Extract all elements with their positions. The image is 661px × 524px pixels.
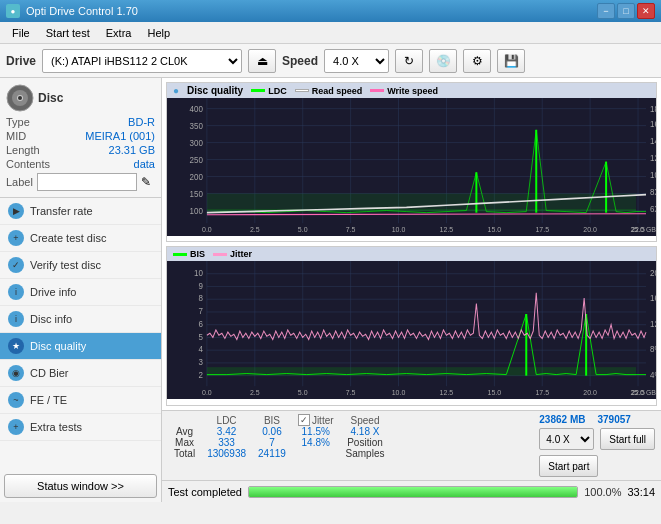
start-part-button[interactable]: Start part — [539, 455, 598, 477]
nav-disc-quality[interactable]: ★ Disc quality — [0, 333, 161, 360]
start-full-button[interactable]: Start full — [600, 428, 655, 450]
disc-mid-value: MEIRA1 (001) — [85, 130, 155, 142]
nav-drive-info[interactable]: i Drive info — [0, 279, 161, 306]
jitter-checkbox[interactable]: ✓ — [298, 414, 310, 426]
svg-text:2.5: 2.5 — [250, 225, 260, 234]
nav-extra-tests[interactable]: + Extra tests — [0, 414, 161, 441]
row-total-jitter — [292, 448, 340, 459]
svg-text:18X: 18X — [650, 105, 656, 114]
menu-help[interactable]: Help — [139, 25, 178, 41]
main-content: Disc Type BD-R MID MEIRA1 (001) Length 2… — [0, 78, 661, 502]
row-avg-ldc: 3.42 — [201, 426, 252, 437]
disc-type-row: Type BD-R — [6, 116, 155, 128]
disc-quality-icon: ★ — [8, 338, 24, 354]
disc-info-panel: Disc Type BD-R MID MEIRA1 (001) Length 2… — [0, 78, 161, 198]
menu-start-test[interactable]: Start test — [38, 25, 98, 41]
svg-text:12.5: 12.5 — [440, 225, 454, 234]
svg-text:8%: 8% — [650, 345, 656, 354]
svg-text:2.5: 2.5 — [250, 388, 260, 397]
close-button[interactable]: ✕ — [637, 3, 655, 19]
legend-jitter: Jitter — [213, 249, 252, 259]
disc-mid-row: MID MEIRA1 (001) — [6, 130, 155, 142]
row-total-label: Total — [168, 448, 201, 459]
nav-cd-bier[interactable]: ◉ CD Bier — [0, 360, 161, 387]
nav-extra-tests-label: Extra tests — [30, 421, 82, 433]
drive-label: Drive — [6, 54, 36, 68]
legend-ldc: LDC — [251, 86, 287, 96]
svg-text:17.5: 17.5 — [535, 225, 549, 234]
sidebar: Disc Type BD-R MID MEIRA1 (001) Length 2… — [0, 78, 162, 502]
chart2-panel: BIS Jitter — [166, 246, 657, 406]
disc-type-label: Type — [6, 116, 30, 128]
create-test-disc-icon: + — [8, 230, 24, 246]
menu-extra[interactable]: Extra — [98, 25, 140, 41]
row-total-ldc: 1306938 — [201, 448, 252, 459]
disc-section-label: Disc — [38, 91, 63, 105]
svg-text:0.0: 0.0 — [202, 388, 212, 397]
svg-text:2: 2 — [198, 371, 203, 380]
maximize-button[interactable]: □ — [617, 3, 635, 19]
stats-row-max: Max 333 7 14.8% Position — [168, 437, 390, 448]
svg-text:300: 300 — [190, 139, 204, 148]
legend-bis-color — [173, 253, 187, 256]
settings-button[interactable]: ⚙ — [463, 49, 491, 73]
svg-text:9: 9 — [198, 281, 203, 290]
nav-fe-te[interactable]: ~ FE / TE — [0, 387, 161, 414]
nav-disc-info[interactable]: i Disc info — [0, 306, 161, 333]
disc-label-input[interactable] — [37, 173, 137, 191]
nav-cd-bier-label: CD Bier — [30, 367, 69, 379]
legend-bis: BIS — [173, 249, 205, 259]
verify-test-disc-icon: ✓ — [8, 257, 24, 273]
nav-create-test-disc[interactable]: + Create test disc — [0, 225, 161, 252]
speed-select[interactable]: 4.0 X — [324, 49, 389, 73]
svg-rect-52 — [167, 261, 656, 399]
row-total-samples-label: Samples — [340, 448, 391, 459]
nav-verify-test-disc[interactable]: ✓ Verify test disc — [0, 252, 161, 279]
chart2-svg: 10 9 8 7 6 5 4 3 2 20% 16% 12% 8% — [167, 261, 656, 399]
legend-ldc-color — [251, 89, 265, 92]
transfer-rate-icon: ▶ — [8, 203, 24, 219]
row-max-label: Max — [168, 437, 201, 448]
nav-transfer-rate[interactable]: ▶ Transfer rate — [0, 198, 161, 225]
minimize-button[interactable]: − — [597, 3, 615, 19]
disc-icon-button[interactable]: 💿 — [429, 49, 457, 73]
nav-create-test-disc-label: Create test disc — [30, 232, 106, 244]
svg-text:100: 100 — [190, 206, 204, 215]
status-text: Test completed — [168, 486, 242, 498]
svg-text:20%: 20% — [650, 269, 656, 278]
status-window-button[interactable]: Status window >> — [4, 474, 157, 498]
svg-text:17.5: 17.5 — [535, 388, 549, 397]
speed-row: 4.0 X Start full — [539, 428, 655, 450]
svg-text:12.5: 12.5 — [440, 388, 454, 397]
legend-read-speed-color — [295, 89, 309, 92]
svg-text:16X: 16X — [650, 119, 656, 128]
svg-text:3: 3 — [198, 358, 203, 367]
save-button[interactable]: 💾 — [497, 49, 525, 73]
refresh-button[interactable]: ↻ — [395, 49, 423, 73]
nav-disc-quality-label: Disc quality — [30, 340, 86, 352]
svg-text:150: 150 — [190, 190, 204, 199]
svg-rect-4 — [167, 98, 656, 236]
svg-text:25.0 GB: 25.0 GB — [630, 388, 656, 397]
svg-text:25.0 GB: 25.0 GB — [630, 225, 656, 234]
svg-text:6X: 6X — [650, 204, 656, 213]
disc-icon — [6, 84, 34, 112]
speed-label: Speed — [282, 54, 318, 68]
svg-text:6: 6 — [198, 320, 203, 329]
chart2-title-bar: BIS Jitter — [167, 247, 656, 261]
disc-label-label: Label — [6, 176, 33, 188]
status-bar: Test completed 100.0% 33:14 — [162, 480, 661, 502]
row-max-position-label: Position — [340, 437, 391, 448]
disc-label-edit-icon[interactable]: ✎ — [141, 175, 151, 189]
eject-button[interactable]: ⏏ — [248, 49, 276, 73]
speed-select-stats[interactable]: 4.0 X — [539, 428, 594, 450]
svg-text:250: 250 — [190, 156, 204, 165]
svg-text:15.0: 15.0 — [488, 388, 502, 397]
row-avg-speed: 4.18 X — [340, 426, 391, 437]
drive-select[interactable]: (K:) ATAPI iHBS112 2 CL0K — [42, 49, 242, 73]
fe-te-icon: ~ — [8, 392, 24, 408]
svg-text:0.0: 0.0 — [202, 225, 212, 234]
menu-file[interactable]: File — [4, 25, 38, 41]
progress-bar-container — [248, 486, 578, 498]
stats-table: LDC BIS ✓ Jitter Speed Avg — [168, 414, 523, 459]
